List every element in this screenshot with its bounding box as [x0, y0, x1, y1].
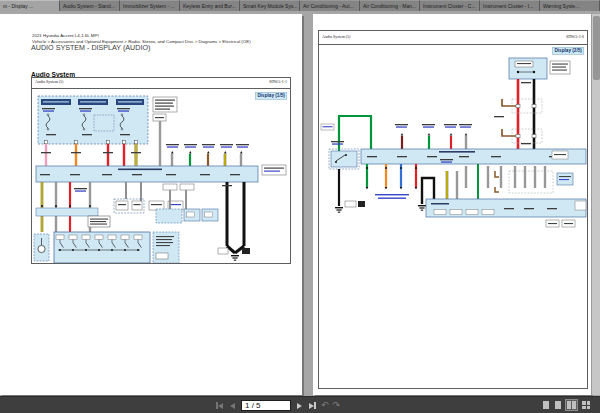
tab-smart-key[interactable]: Smart Key Module Sys...: [240, 0, 300, 11]
dlc-wires: [366, 164, 418, 199]
pdf-reader-window: m - Display ... Audio System - Stand... …: [0, 0, 600, 413]
key-switch-branch: [321, 116, 371, 213]
next-page-button[interactable]: [295, 401, 304, 410]
diagram-title: Audio System (5): [322, 34, 350, 39]
tab-cluster-i[interactable]: Instrument Cluster - I...: [480, 0, 540, 11]
tab-label: Air Conditioning - Man...: [363, 3, 416, 9]
bottom-toolbar: 1 / 5 ↶ ↷: [0, 396, 600, 413]
single-page-view-icon[interactable]: [542, 400, 550, 410]
next-view-button[interactable]: ↷: [333, 401, 341, 410]
tab-warning-system[interactable]: Warning Syste...: [540, 0, 600, 11]
tab-ac-manual[interactable]: Air Conditioning - Man...: [360, 0, 420, 11]
tab-label: Air Conditioning - Aut...: [303, 3, 354, 9]
legend-box: [153, 97, 177, 121]
tab-cluster-c[interactable]: Instrument Cluster - C...: [420, 0, 480, 11]
page-title: AUDIO SYSTEM - DISPLAY (AUDIO): [31, 41, 248, 59]
page-number-field[interactable]: 1 / 5: [241, 400, 291, 411]
fuse-box: [38, 96, 148, 144]
view-mode-buttons: [542, 400, 592, 410]
scrollbar-thumb[interactable]: [593, 16, 600, 80]
head-unit-band-lower: [426, 199, 586, 227]
diagram-title: Audio System (5): [35, 79, 63, 84]
first-page-button[interactable]: [215, 401, 224, 410]
remote-switch-assembly: [34, 232, 179, 263]
tab-label: Instrument Cluster - I...: [483, 3, 533, 9]
tab-label: m - Display ...: [3, 3, 33, 9]
wiring-diagram-sheet-1: Audio System (5) SDWA-1-1 Display (1/5): [31, 77, 291, 264]
page-navigation: 1 / 5 ↶ ↷: [215, 397, 340, 413]
head-unit-band: [36, 165, 286, 182]
document-area: 2021 Hyundai Accent L4-1.6L MPI Vehicle …: [0, 11, 600, 396]
diagram-code: SDWA-1-1: [269, 79, 287, 84]
tab-immobilizer[interactable]: Immobilizer System - ...: [120, 0, 180, 11]
diagram-code: SDWA-1-6: [566, 34, 584, 39]
diagram-header: Audio System (5) SDWA-1-6: [319, 31, 587, 45]
continuous-view-icon[interactable]: [554, 400, 562, 410]
tab-audio-standard[interactable]: Audio System - Stand...: [60, 0, 120, 11]
tab-label: Smart Key Module Sys...: [243, 3, 296, 9]
ground-wires: [218, 182, 250, 261]
tab-label: Warning Syste...: [543, 3, 579, 9]
wiring-diagram-sheet-2: Audio System (5) SDWA-1-6 Display (2/5): [318, 30, 588, 389]
tab-label: Keyless Entry and Bur...: [183, 3, 236, 9]
pdf-page-1: 2021 Hyundai Accent L4-1.6L MPI Vehicle …: [0, 14, 302, 395]
mid-components: [88, 182, 218, 227]
tab-audio-display[interactable]: m - Display ...: [0, 0, 60, 11]
main-power-wires: [494, 79, 542, 149]
illumination-wires: [440, 159, 457, 199]
tab-label: Audio System - Stand...: [63, 3, 115, 9]
top-component: [509, 58, 570, 79]
pdf-page-2: Audio System (5) SDWA-1-6 Display (2/5): [313, 14, 591, 395]
input-wires: [166, 144, 249, 166]
tab-label: Instrument Cluster - C...: [423, 3, 476, 9]
previous-page-button[interactable]: [228, 401, 237, 410]
two-page-view-icon[interactable]: [566, 400, 577, 410]
last-page-button[interactable]: [308, 401, 317, 410]
tab-keyless-entry[interactable]: Keyless Entry and Bur...: [180, 0, 240, 11]
tab-ac-auto[interactable]: Air Conditioning - Aut...: [300, 0, 360, 11]
tab-label: Immobilizer System - ...: [123, 3, 175, 9]
speaker-wires: [466, 164, 573, 199]
vertical-scrollbar[interactable]: [591, 14, 600, 395]
signal-wires: [395, 124, 472, 149]
previous-view-button[interactable]: ↶: [321, 401, 329, 410]
continuous-two-page-view-icon[interactable]: [581, 400, 592, 410]
head-unit-band-upper: [361, 149, 586, 164]
wiring-diagram-art-1: [32, 88, 290, 263]
tab-bar: m - Display ... Audio System - Stand... …: [0, 0, 600, 11]
wiring-diagram-art-2: [319, 44, 587, 388]
